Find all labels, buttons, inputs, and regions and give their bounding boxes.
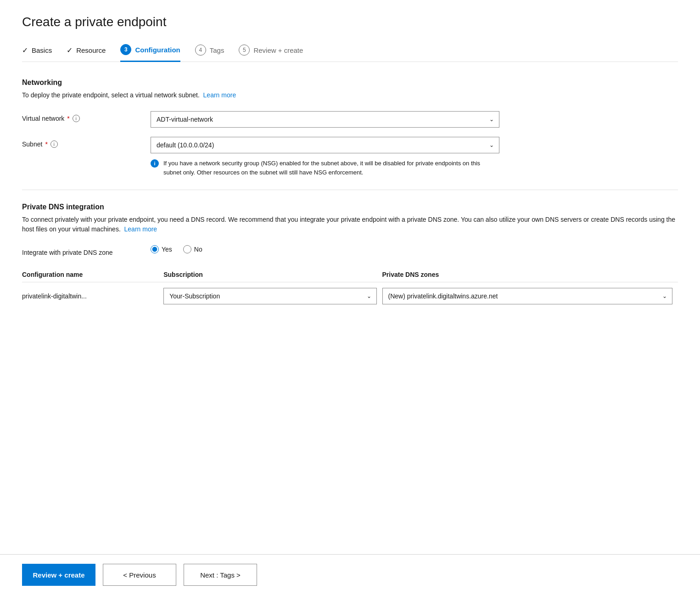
step-resource-label: Resource [76, 46, 106, 54]
networking-learn-more[interactable]: Learn more [203, 91, 236, 99]
dns-zone-select-0[interactable]: (New) privatelink.digitaltwins.azure.net [382, 288, 672, 304]
dns-zone-select-wrapper-0: (New) privatelink.digitaltwins.azure.net… [382, 288, 672, 304]
integrate-dns-control: Yes No [151, 245, 499, 253]
dns-table: Configuration name Subscription Private … [22, 267, 678, 310]
dns-config-name-0: privatelink-digitaltwin... [22, 282, 163, 310]
virtual-network-info-icon[interactable]: i [73, 115, 80, 122]
step-tags-circle: 4 [195, 45, 206, 56]
step-resource-check: ✓ [67, 46, 73, 55]
subnet-required: * [45, 140, 47, 148]
wizard-steps: ✓ Basics ✓ Resource 3 Configuration 4 Ta… [22, 44, 678, 62]
step-configuration-label: Configuration [135, 46, 180, 54]
dns-table-header: Configuration name Subscription Private … [22, 267, 678, 282]
step-configuration[interactable]: 3 Configuration [120, 44, 180, 62]
integrate-dns-yes-input[interactable] [151, 245, 159, 253]
private-dns-learn-more[interactable]: Learn more [124, 225, 157, 233]
bottom-bar: Review + create < Previous Next : Tags > [0, 554, 700, 595]
step-tags-label: Tags [210, 46, 224, 54]
virtual-network-select[interactable]: ADT-virtual-network [151, 111, 499, 128]
step-basics[interactable]: ✓ Basics [22, 46, 52, 60]
virtual-network-required: * [67, 115, 69, 122]
private-dns-section: Private DNS integration To connect priva… [22, 203, 678, 310]
private-dns-desc: To connect privately with your private e… [22, 215, 678, 234]
nsg-notice-icon: i [151, 159, 159, 168]
networking-title: Networking [22, 79, 678, 87]
private-dns-title: Private DNS integration [22, 203, 678, 211]
step-resource[interactable]: ✓ Resource [67, 46, 106, 60]
subnet-control: default (10.0.0.0/24) ⌄ i If you have a … [151, 137, 499, 177]
virtual-network-label: Virtual network * i [22, 111, 151, 122]
integrate-dns-no-input[interactable] [183, 245, 191, 253]
nsg-notice-text: If you have a network security group (NS… [163, 159, 499, 177]
col-zones: Private DNS zones [382, 267, 678, 282]
virtual-network-row: Virtual network * i ADT-virtual-network … [22, 111, 678, 128]
integrate-dns-yes[interactable]: Yes [151, 245, 172, 253]
subnet-row: Subnet * i default (10.0.0.0/24) ⌄ i If … [22, 137, 678, 177]
review-create-button[interactable]: Review + create [22, 564, 95, 586]
step-review[interactable]: 5 Review + create [239, 45, 303, 61]
networking-desc: To deploy the private endpoint, select a… [22, 90, 678, 100]
previous-button[interactable]: < Previous [103, 564, 176, 586]
integrate-dns-radio-group: Yes No [151, 245, 499, 253]
nsg-notice-box: i If you have a network security group (… [151, 159, 499, 177]
dns-table-header-row: Configuration name Subscription Private … [22, 267, 678, 282]
step-review-circle: 5 [239, 45, 250, 56]
dns-subscription-select-0[interactable]: Your-Subscription [163, 288, 376, 304]
subnet-label: Subnet * i [22, 137, 151, 148]
section-divider [22, 190, 678, 190]
step-review-label: Review + create [253, 46, 303, 54]
dns-zone-0: (New) privatelink.digitaltwins.azure.net… [382, 282, 678, 310]
dns-table-body: privatelink-digitaltwin... Your-Subscrip… [22, 282, 678, 310]
col-config-name: Configuration name [22, 267, 163, 282]
step-configuration-circle: 3 [120, 44, 131, 55]
subnet-select-wrapper: default (10.0.0.0/24) ⌄ [151, 137, 499, 153]
step-tags[interactable]: 4 Tags [195, 45, 224, 61]
page-container: Create a private endpoint ✓ Basics ✓ Res… [0, 0, 700, 365]
integrate-dns-no[interactable]: No [183, 245, 202, 253]
content-area: Networking To deploy the private endpoin… [22, 79, 678, 365]
step-basics-label: Basics [32, 46, 52, 54]
dns-subscription-select-wrapper-0: Your-Subscription ⌄ [163, 288, 376, 304]
subnet-select[interactable]: default (10.0.0.0/24) [151, 137, 499, 153]
virtual-network-control: ADT-virtual-network ⌄ [151, 111, 499, 128]
step-basics-check: ✓ [22, 46, 28, 55]
integrate-dns-label: Integrate with private DNS zone [22, 245, 151, 256]
virtual-network-select-wrapper: ADT-virtual-network ⌄ [151, 111, 499, 128]
page-title: Create a private endpoint [22, 15, 678, 29]
dns-table-row-0: privatelink-digitaltwin... Your-Subscrip… [22, 282, 678, 310]
networking-section: Networking To deploy the private endpoin… [22, 79, 678, 177]
subnet-info-icon[interactable]: i [50, 140, 58, 148]
col-subscription: Subscription [163, 267, 382, 282]
next-button[interactable]: Next : Tags > [184, 564, 257, 586]
dns-subscription-0: Your-Subscription ⌄ [163, 282, 382, 310]
integrate-dns-row: Integrate with private DNS zone Yes No [22, 245, 678, 256]
